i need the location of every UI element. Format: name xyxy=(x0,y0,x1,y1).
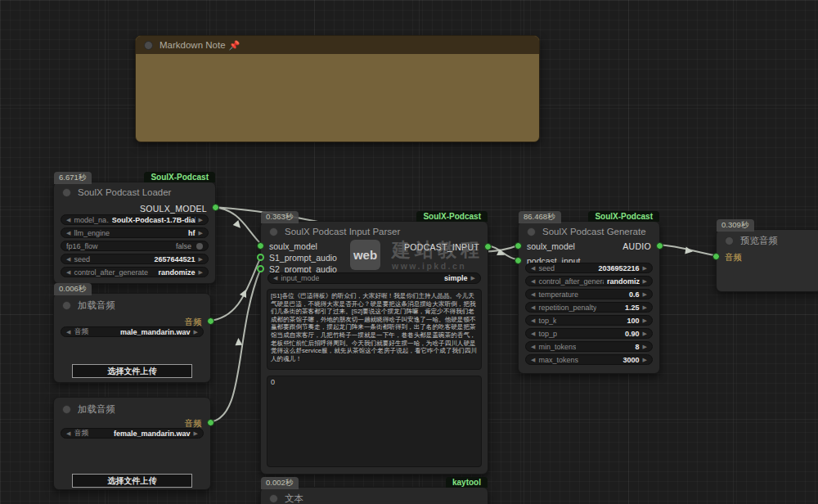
collapse-dot-icon[interactable] xyxy=(62,405,71,414)
input-slot-audio[interactable]: 音频 xyxy=(725,252,742,263)
increment-arrow-icon[interactable]: ▶ xyxy=(194,329,198,335)
collapse-dot-icon[interactable] xyxy=(269,494,278,503)
widget-model-name[interactable]: ◀ model_na… SoulX-Podcast-1.7B-dialect ▶ xyxy=(61,214,209,225)
node-title[interactable]: 文本 xyxy=(269,493,303,504)
soulx-podcast-loader-node[interactable]: 6.671秒 SoulX-Podcast SoulX Podcast Loade… xyxy=(53,182,216,284)
markdown-note-header[interactable]: Markdown Note📌 xyxy=(136,36,539,54)
increment-arrow-icon[interactable]: ▶ xyxy=(643,357,647,363)
input-slot-soulx-model[interactable]: soulx_model xyxy=(269,241,317,251)
decrement-arrow-icon[interactable]: ◀ xyxy=(66,256,70,263)
output-slot-podcast-input[interactable]: PODCAST_INPUT xyxy=(404,242,479,252)
decrement-arrow-icon[interactable]: ◀ xyxy=(531,265,535,272)
decrement-arrow-icon[interactable]: ◀ xyxy=(66,217,70,223)
input-slot-soulx-model[interactable]: soulx_model xyxy=(527,241,575,251)
node-title[interactable]: SoulX Podcast Input Parser xyxy=(269,227,400,236)
decrement-arrow-icon[interactable]: ◀ xyxy=(66,430,70,437)
increment-arrow-icon[interactable]: ▶ xyxy=(643,265,647,272)
soulx-podcast-input-parser-node[interactable]: 0.363秒 SoulX-Podcast SoulX Podcast Input… xyxy=(260,221,488,475)
node-title[interactable]: SoulX Podcast Loader xyxy=(62,187,171,197)
widget-min-tokens[interactable]: ◀ min_tokens 8 ▶ xyxy=(525,341,653,352)
output-port-icon[interactable] xyxy=(212,204,219,211)
increment-arrow-icon[interactable]: ▶ xyxy=(194,430,198,437)
collapse-dot-icon[interactable] xyxy=(527,227,536,236)
output-port-icon[interactable] xyxy=(656,242,663,250)
widget-seed[interactable]: ◀ seed 2657644521 ▶ xyxy=(61,254,209,264)
load-audio-node-female[interactable]: 加载音频 音频 ◀ 音频 female_mandarin.wav ▶ 选择文件上… xyxy=(53,397,211,490)
output-port-icon[interactable] xyxy=(207,317,214,325)
link-arrow xyxy=(233,220,244,231)
increment-arrow-icon[interactable]: ▶ xyxy=(643,331,647,337)
upload-file-button[interactable]: 选择文件上传 xyxy=(72,474,192,488)
widget-audio-file[interactable]: ◀ 音频 male_mandarin.wav ▶ xyxy=(61,326,204,337)
upload-file-button[interactable]: 选择文件上传 xyxy=(72,364,192,378)
input-port-icon[interactable] xyxy=(257,265,264,272)
increment-arrow-icon[interactable]: ▶ xyxy=(643,304,647,311)
input-port-icon[interactable] xyxy=(712,253,720,260)
decrement-arrow-icon[interactable]: ◀ xyxy=(531,317,535,324)
increment-arrow-icon[interactable]: ▶ xyxy=(643,278,647,285)
load-audio-node-male[interactable]: 0.006秒 加载音频 音频 ◀ 音频 male_mandarin.wav ▶ … xyxy=(53,293,211,383)
node-title[interactable]: 加载音频 xyxy=(62,403,115,416)
widget-top-p[interactable]: ◀ top_p 0.90 ▶ xyxy=(525,328,653,339)
widget-repetition-penalty[interactable]: ◀ repetition_penalty 1.25 ▶ xyxy=(525,302,653,313)
toggle-knob-icon[interactable] xyxy=(196,243,203,250)
decrement-arrow-icon[interactable]: ◀ xyxy=(531,331,535,337)
decrement-arrow-icon[interactable]: ◀ xyxy=(531,278,535,285)
widget-value: hf xyxy=(113,229,196,237)
decrement-arrow-icon[interactable]: ◀ xyxy=(273,275,277,281)
widget-input-mode[interactable]: ◀ input_mode simple ▶ xyxy=(267,272,481,284)
increment-arrow-icon[interactable]: ▶ xyxy=(199,269,203,276)
secondary-text-area[interactable]: 0 xyxy=(267,376,482,467)
input-slot-s1-prompt-audio[interactable]: S1_prompt_audio xyxy=(269,253,337,263)
soulx-podcast-generate-node[interactable]: 86.468秒 SoulX-Podcast SoulX Podcast Gene… xyxy=(518,221,660,374)
output-slot-soulx-model[interactable]: SOULX_MODEL xyxy=(140,204,207,214)
decrement-arrow-icon[interactable]: ◀ xyxy=(531,291,535,298)
widget-max-tokens[interactable]: ◀ max_tokens 3000 ▶ xyxy=(525,354,653,365)
collapse-dot-icon[interactable] xyxy=(62,301,71,310)
output-slot-audio[interactable]: AUDIO xyxy=(622,241,651,251)
widget-audio-file[interactable]: ◀ 音频 female_mandarin.wav ▶ xyxy=(61,428,204,439)
widget-llm-engine[interactable]: ◀ llm_engine hf ▶ xyxy=(61,227,209,238)
output-port-icon[interactable] xyxy=(484,243,492,250)
widget-control-after-generate[interactable]: ◀ control_after_generate randomize ▶ xyxy=(61,267,209,277)
input-port-icon[interactable] xyxy=(257,254,264,261)
increment-arrow-icon[interactable]: ▶ xyxy=(199,256,203,263)
increment-arrow-icon[interactable]: ▶ xyxy=(199,230,203,236)
input-port-icon[interactable] xyxy=(515,257,522,264)
markdown-note-title: Markdown Note📌 xyxy=(160,40,240,51)
node-title[interactable]: 预览音频 xyxy=(725,235,778,247)
script-text-area[interactable]: [S1]各位《巴适得板》的听众们，大家好喔！我是你们主持人晶晶。今儿天气硬是巴适… xyxy=(267,289,482,370)
decrement-arrow-icon[interactable]: ◀ xyxy=(531,344,535,350)
markdown-note-node[interactable]: Markdown Note📌 xyxy=(135,35,540,142)
increment-arrow-icon[interactable]: ▶ xyxy=(643,317,647,324)
collapse-dot-icon[interactable] xyxy=(62,188,71,197)
decrement-arrow-icon[interactable]: ◀ xyxy=(66,329,70,335)
increment-arrow-icon[interactable]: ▶ xyxy=(199,217,203,223)
input-port-icon[interactable] xyxy=(257,242,264,250)
link-loader-to-parser xyxy=(213,207,259,242)
kaytool-text-node[interactable]: 0.002秒 kaytool 文本 xyxy=(260,487,488,504)
node-title[interactable]: 加载音频 xyxy=(62,299,115,312)
widget-value: 0.90 xyxy=(560,330,640,338)
collapse-dot-icon[interactable] xyxy=(269,227,278,236)
output-port-icon[interactable] xyxy=(207,419,214,426)
collapse-dot-icon[interactable] xyxy=(144,41,153,50)
widget-temperature[interactable]: ◀ temperature 0.6 ▶ xyxy=(525,289,653,299)
widget-fp16-flow-toggle[interactable]: fp16_flow false xyxy=(61,241,209,251)
increment-arrow-icon[interactable]: ▶ xyxy=(643,344,647,350)
decrement-arrow-icon[interactable]: ◀ xyxy=(531,304,535,311)
collapse-dot-icon[interactable] xyxy=(725,236,734,245)
decrement-arrow-icon[interactable]: ◀ xyxy=(66,269,70,276)
decrement-arrow-icon[interactable]: ◀ xyxy=(66,230,70,236)
widget-control-after-generate[interactable]: ◀ control_after_generate randomize ▶ xyxy=(525,276,653,286)
node-graph-canvas[interactable]: Markdown Note📌 6.671秒 SoulX-Podcast Soul… xyxy=(0,0,818,504)
input-port-icon[interactable] xyxy=(515,242,522,250)
node-pack-badge: SoulX-Podcast xyxy=(588,211,659,222)
preview-audio-node[interactable]: 0.309秒 预览音频 音频 xyxy=(716,229,818,292)
decrement-arrow-icon[interactable]: ◀ xyxy=(531,357,535,363)
widget-top-k[interactable]: ◀ top_k 100 ▶ xyxy=(525,315,653,326)
increment-arrow-icon[interactable]: ▶ xyxy=(643,291,647,298)
widget-seed[interactable]: ◀ seed 2036952216 ▶ xyxy=(525,263,653,273)
increment-arrow-icon[interactable]: ▶ xyxy=(471,275,475,281)
node-title[interactable]: SoulX Podcast Generate xyxy=(527,227,646,236)
